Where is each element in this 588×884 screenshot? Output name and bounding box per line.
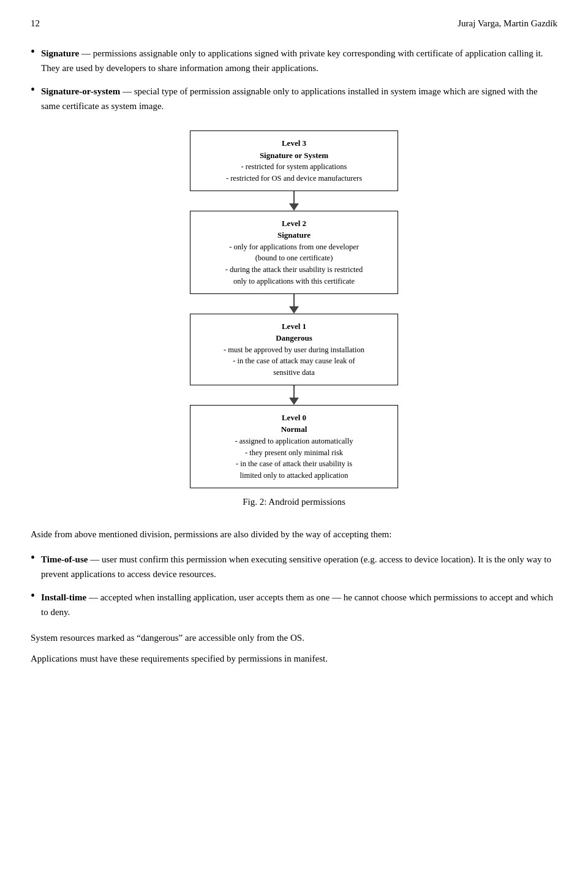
- page-title: Juraj Varga, Martin Gazdík: [458, 18, 557, 29]
- it-desc: — accepted when installing application, …: [41, 592, 553, 617]
- permissions-diagram: Level 3 Signature or System - restricted…: [172, 130, 417, 521]
- term-tou: Time-of-use: [41, 554, 88, 564]
- level2-desc3: - during the attack their usability is r…: [202, 264, 386, 276]
- level2-desc4: only to applications with this certifica…: [202, 276, 386, 287]
- footer-line-2: Applications must have these requirement…: [31, 651, 557, 667]
- bullet-time-of-use: • Time-of-use — user must confirm this p…: [31, 552, 557, 581]
- footer-line-1: System resources marked as “dangerous” a…: [31, 630, 557, 646]
- level1-desc1: - must be approved by user during instal…: [202, 344, 386, 356]
- bullet-signature-or-system: • Signature-or-system — special type of …: [31, 84, 557, 113]
- arrow-line-2: [293, 294, 295, 306]
- bullet-dot-2: •: [31, 83, 35, 97]
- level1-name: Dangerous: [202, 332, 386, 344]
- bullet-signature: • Signature — permissions assignable onl…: [31, 46, 557, 75]
- bullet-text-sig-or-sys: Signature-or-system — special type of pe…: [41, 84, 557, 113]
- tou-desc: — user must confirm this permission when…: [41, 554, 551, 579]
- body-intro: Aside from above mentioned division, per…: [31, 527, 557, 542]
- footer-text-1: System resources marked as “dangerous” a…: [31, 633, 304, 643]
- level0-desc2: - they present only minimal risk: [202, 447, 386, 459]
- page-number: 12: [31, 18, 40, 29]
- arrow-head-2: [289, 306, 299, 314]
- diagram-box-level3: Level 3 Signature or System - restricted…: [190, 130, 398, 191]
- bullet-install-time: • Install-time — accepted when installin…: [31, 590, 557, 619]
- top-bullet-section: • Signature — permissions assignable onl…: [31, 46, 557, 113]
- level3-desc2: - restricted for OS and device manufactu…: [202, 173, 386, 184]
- level2-label: Level 2: [202, 217, 386, 230]
- level1-desc2: - in the case of attack may cause leak o…: [202, 355, 386, 367]
- signature-desc: — permissions assignable only to applica…: [41, 48, 543, 73]
- bullet-dot-4: •: [31, 589, 35, 603]
- arrow-1: [289, 191, 299, 211]
- arrow-line-3: [293, 385, 295, 398]
- level0-name: Normal: [202, 423, 386, 436]
- term-signature: Signature: [41, 48, 79, 58]
- level3-desc1: - restricted for system applications: [202, 161, 386, 173]
- bullet-dot-3: •: [31, 551, 35, 565]
- level0-desc3: - in the case of attack their usability …: [202, 458, 386, 470]
- level0-desc1: - assigned to application automatically: [202, 436, 386, 447]
- arrow-3: [289, 385, 299, 405]
- arrow-head-3: [289, 398, 299, 405]
- footer-text-2: Applications must have these requirement…: [31, 654, 328, 663]
- term-sig-or-sys: Signature-or-system: [41, 86, 120, 96]
- bullet-text-tou: Time-of-use — user must confirm this per…: [41, 552, 557, 581]
- bottom-bullet-section: • Time-of-use — user must confirm this p…: [31, 552, 557, 619]
- level3-name: Signature or System: [202, 149, 386, 162]
- level3-label: Level 3: [202, 137, 386, 149]
- page-header: 12 Juraj Varga, Martin Gazdík: [31, 18, 557, 29]
- level1-label: Level 1: [202, 320, 386, 333]
- bullet-dot-1: •: [31, 45, 35, 59]
- diagram-box-level0: Level 0 Normal - assigned to application…: [190, 405, 398, 488]
- bullet-text-it: Install-time — accepted when installing …: [41, 590, 557, 619]
- level0-desc4: limited only to attacked application: [202, 470, 386, 482]
- level2-desc1: - only for applications from one develop…: [202, 241, 386, 253]
- arrow-head-1: [289, 203, 299, 211]
- bullet-text-signature: Signature — permissions assignable only …: [41, 46, 557, 75]
- diagram-box-level1: Level 1 Dangerous - must be approved by …: [190, 314, 398, 385]
- diagram-box-level2: Level 2 Signature - only for application…: [190, 211, 398, 294]
- level2-name: Signature: [202, 229, 386, 241]
- fig-caption: Fig. 2: Android permissions: [243, 497, 345, 507]
- level2-desc2: (bound to one certificate): [202, 252, 386, 264]
- arrow-line-1: [293, 191, 295, 203]
- arrow-2: [289, 294, 299, 314]
- term-it: Install-time: [41, 592, 86, 602]
- level1-desc3: sensitive data: [202, 367, 386, 379]
- level0-label: Level 0: [202, 412, 386, 424]
